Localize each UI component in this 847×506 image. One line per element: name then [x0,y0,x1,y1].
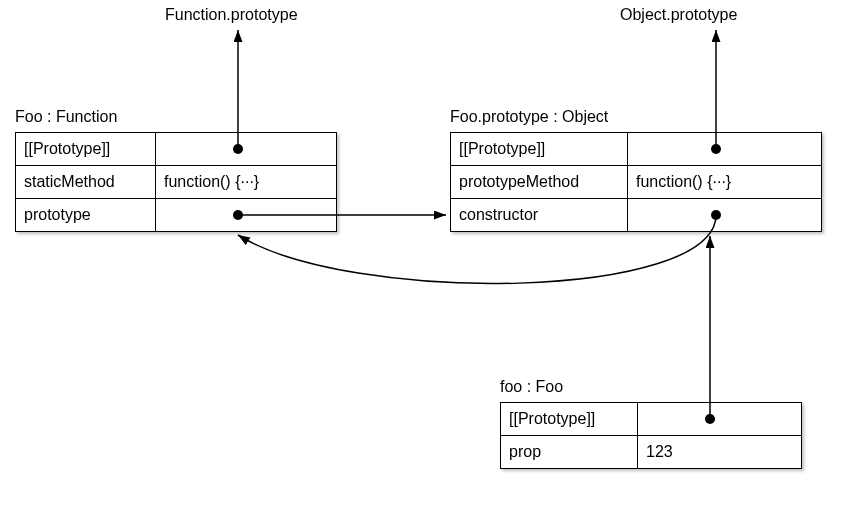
object-prototype-label: Object.prototype [620,6,737,24]
fooproto-constructor-val [628,199,821,231]
function-prototype-label: Function.prototype [165,6,298,24]
fooinst-box: [[Prototype]] prop 123 [500,402,802,469]
fooproto-box-title: Foo.prototype : Object [450,108,608,126]
foo-staticmethod-val: function() {···} [156,166,336,198]
fooinst-proto-key: [[Prototype]] [501,403,638,435]
fooproto-method-key: prototypeMethod [451,166,628,198]
fooinst-prop-key: prop [501,436,638,468]
foo-row-proto: [[Prototype]] [16,133,336,165]
fooproto-row-method: prototypeMethod function() {···} [451,165,821,198]
foo-proto-key: [[Prototype]] [16,133,156,165]
fooproto-row-proto: [[Prototype]] [451,133,821,165]
foo-box: [[Prototype]] staticMethod function() {·… [15,132,337,232]
fooproto-constructor-key: constructor [451,199,628,231]
fooinst-proto-val [638,403,801,435]
fooproto-box: [[Prototype]] prototypeMethod function()… [450,132,822,232]
fooinst-row-prop: prop 123 [501,435,801,468]
fooproto-method-val: function() {···} [628,166,821,198]
fooinst-row-proto: [[Prototype]] [501,403,801,435]
foo-box-title: Foo : Function [15,108,117,126]
fooproto-row-constructor: constructor [451,198,821,231]
fooproto-proto-key: [[Prototype]] [451,133,628,165]
foo-row-prototype: prototype [16,198,336,231]
foo-prototype-val [156,199,336,231]
foo-proto-val [156,133,336,165]
fooinst-box-title: foo : Foo [500,378,563,396]
fooinst-prop-val: 123 [638,436,801,468]
foo-staticmethod-key: staticMethod [16,166,156,198]
foo-prototype-key: prototype [16,199,156,231]
foo-row-staticmethod: staticMethod function() {···} [16,165,336,198]
fooproto-proto-val [628,133,821,165]
